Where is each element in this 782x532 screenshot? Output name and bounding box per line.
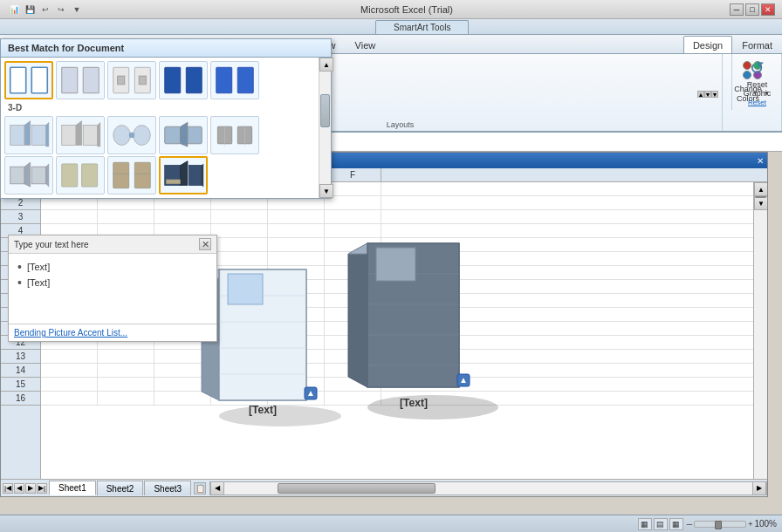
smartart-row-2	[4, 116, 327, 154]
v-scrollbar[interactable]: ▲ ▼	[753, 182, 767, 479]
reset-graphic-btn[interactable]: ↺ ResetGraphic Reset	[731, 54, 782, 110]
page-layout-view-btn[interactable]: ▤	[654, 518, 668, 530]
svg-rect-13	[62, 67, 78, 92]
smartart-thumb-3d-1[interactable]	[4, 116, 53, 154]
customize-btn[interactable]: ▼	[70, 3, 84, 16]
text-pane-footer[interactable]: Bending Picture Accent List...	[9, 324, 216, 341]
svg-rect-11	[10, 67, 26, 92]
svg-marker-24	[24, 121, 31, 146]
smartart-thumb-4[interactable]	[159, 61, 208, 99]
smartart-thumb-1[interactable]	[4, 61, 53, 99]
h-scroll-left[interactable]: ◀	[210, 481, 224, 495]
normal-view-btn[interactable]: ▦	[638, 518, 652, 530]
h-scrollbar[interactable]: ◀ ▶	[209, 481, 767, 495]
add-sheet-btn[interactable]: 📋	[194, 482, 206, 494]
svg-rect-18	[139, 76, 146, 85]
sheet-body: 1 2 3 4 5 6 7 8 9 10 11 12 13 14 15 16	[1, 182, 767, 496]
row-15: 15	[1, 378, 40, 392]
redo-btn[interactable]: ↪	[54, 3, 68, 16]
smartart-thumb-3[interactable]	[107, 61, 156, 99]
smartart-thumb-3d-5[interactable]	[210, 116, 259, 154]
svg-marker-54	[202, 164, 203, 187]
smartart-thumb-3d-4[interactable]	[159, 116, 208, 154]
maximize-btn[interactable]: □	[745, 3, 759, 16]
smartart-thumb-3d-8[interactable]	[107, 156, 156, 194]
text-pane-title: Type your text here	[14, 240, 89, 249]
save-btn[interactable]: 💾	[23, 3, 37, 16]
smartart-thumb-2[interactable]	[56, 61, 105, 99]
tab-nav-first[interactable]: |◀	[3, 483, 13, 494]
smartart-row-3	[4, 156, 327, 194]
tab-nav-last[interactable]: ▶|	[37, 483, 47, 494]
smartart-panel-header: Best Match for Document	[1, 39, 331, 58]
quick-access-toolbar: 📊 💾 ↩ ↪ ▼	[7, 3, 84, 16]
zoom-level: 100%	[754, 519, 777, 529]
sheet-tab-2[interactable]: Sheet2	[97, 481, 144, 495]
scroll-up-btn[interactable]: ▲	[754, 182, 767, 196]
page-break-view-btn[interactable]: ▦	[669, 518, 683, 530]
svg-text:▲: ▲	[306, 388, 315, 398]
tab-nav-prev[interactable]: ◀	[14, 483, 24, 494]
zoom-out-btn[interactable]: ─	[687, 520, 692, 529]
svg-point-33	[129, 133, 135, 139]
text-pane-text-1[interactable]: [Text]	[27, 262, 50, 272]
smartart-thumb-3d-selected[interactable]	[159, 156, 208, 194]
svg-rect-47	[113, 162, 129, 188]
svg-rect-65	[228, 274, 263, 304]
panel-scrollbar[interactable]: ▲ ▼	[319, 58, 331, 198]
sheet-tab-3[interactable]: Sheet3	[144, 481, 191, 495]
text-pane-text-2[interactable]: [Text]	[27, 277, 50, 288]
undo-btn[interactable]: ↩	[38, 3, 52, 16]
zoom-slider[interactable]	[694, 521, 746, 528]
smartart-thumb-3d-6[interactable]	[4, 156, 53, 194]
smartart-canvas[interactable]: ▲ [Text]	[175, 235, 542, 426]
tab-format[interactable]: Format	[732, 36, 782, 53]
smartart-styles-panel: Best Match for Document	[0, 38, 332, 199]
reset-sublabel: Reset	[748, 99, 766, 106]
svg-rect-23	[10, 126, 24, 146]
tab-design[interactable]: Design	[683, 36, 732, 53]
tab-view[interactable]: View	[346, 36, 386, 53]
close-btn[interactable]: ✕	[761, 3, 775, 16]
smartart-thumb-3d-7[interactable]	[56, 156, 105, 194]
minimize-btn[interactable]: ─	[730, 3, 744, 16]
zoom-in-btn[interactable]: +	[748, 520, 752, 529]
h-scroll-right[interactable]: ▶	[752, 481, 766, 495]
grid-row-3	[41, 210, 767, 224]
scroll-thumb-v	[755, 196, 766, 198]
zoom-thumb	[715, 521, 722, 529]
tab-nav-next[interactable]: ▶	[25, 483, 36, 494]
workbook-close-btn[interactable]: ✕	[757, 156, 764, 166]
svg-point-32	[134, 126, 151, 146]
svg-rect-43	[31, 167, 45, 184]
svg-rect-20	[186, 67, 202, 92]
view-buttons: ▦ ▤ ▦	[638, 518, 683, 530]
svg-rect-19	[165, 67, 181, 92]
svg-point-69	[367, 395, 498, 419]
row-16: 16	[1, 392, 40, 406]
smartart-thumb-3d-3[interactable]	[107, 116, 156, 154]
svg-rect-53	[189, 166, 202, 186]
smartart-thumb-5[interactable]	[210, 61, 259, 99]
panel-scroll-up[interactable]: ▲	[319, 58, 333, 72]
layout-scroll-up[interactable]: ▲	[697, 91, 704, 98]
layout-scroll-expand[interactable]: ▼	[711, 91, 718, 98]
sheet-tab-1[interactable]: Sheet1	[49, 481, 96, 495]
smartart-thumb-3d-2[interactable]	[56, 116, 105, 154]
row-3: 3	[1, 210, 40, 224]
title-bar-left: 📊 💾 ↩ ↪ ▼	[7, 3, 84, 16]
col-header-f: F	[325, 168, 381, 181]
status-right: ▦ ▤ ▦ ─ + 100%	[638, 518, 777, 530]
svg-marker-35	[181, 122, 188, 147]
layout-scroll-down[interactable]: ▼	[704, 91, 711, 98]
svg-text:[Text]: [Text]	[249, 404, 277, 416]
svg-point-31	[113, 126, 131, 146]
scroll-down-btn[interactable]: ▼	[754, 196, 767, 210]
text-pane-close-btn[interactable]: ✕	[199, 238, 211, 250]
smartart-row-1	[4, 61, 327, 99]
status-bar: ▦ ▤ ▦ ─ + 100%	[0, 515, 782, 532]
svg-rect-27	[62, 126, 76, 146]
panel-scroll-down[interactable]: ▼	[319, 184, 333, 198]
excel-icon: 📊	[7, 3, 21, 16]
h-scroll-thumb	[278, 483, 436, 494]
